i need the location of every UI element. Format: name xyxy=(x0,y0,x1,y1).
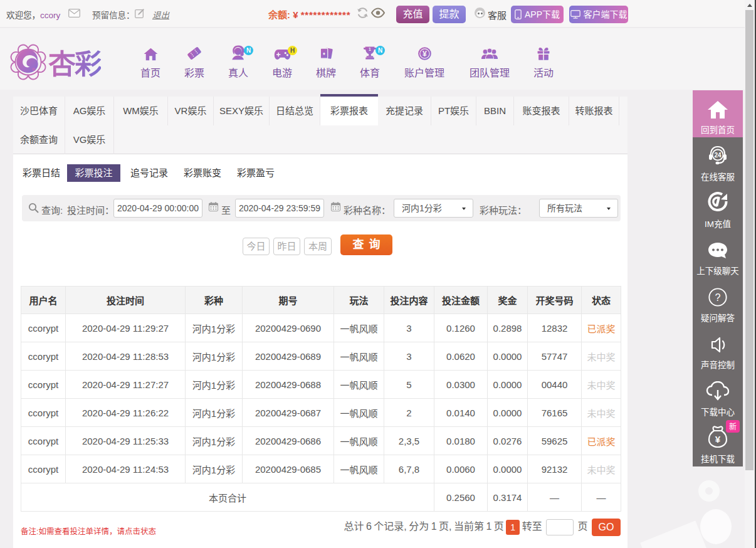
svg-text:?: ? xyxy=(715,292,721,303)
svg-text:1: 1 xyxy=(369,47,371,51)
svg-text:24: 24 xyxy=(714,152,722,159)
svg-text:♦: ♦ xyxy=(323,51,325,56)
svg-text:¥: ¥ xyxy=(423,50,427,58)
svg-text:¥: ¥ xyxy=(715,434,721,445)
